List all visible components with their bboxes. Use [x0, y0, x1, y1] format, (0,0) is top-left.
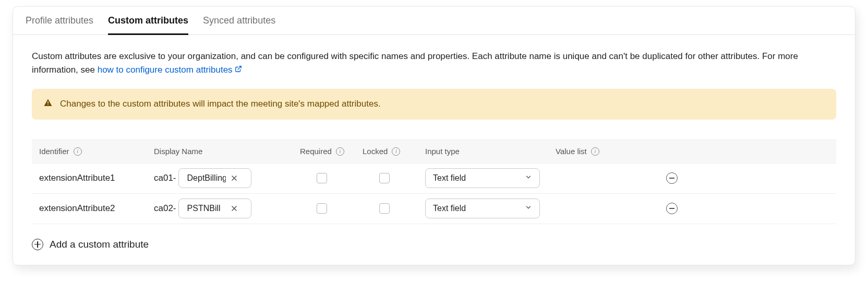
- locked-checkbox[interactable]: [379, 203, 390, 214]
- attributes-table: Identifier i Display Name Required i Loc…: [32, 139, 836, 224]
- display-name-input[interactable]: [186, 203, 227, 214]
- input-type-select[interactable]: Text field: [425, 199, 540, 218]
- add-custom-attribute-label: Add a custom attribute: [50, 239, 149, 250]
- tab-synced-attributes[interactable]: Synced attributes: [203, 15, 275, 35]
- cell-identifier: extensionAttribute1: [32, 173, 147, 183]
- add-custom-attribute-button[interactable]: Add a custom attribute: [32, 239, 836, 250]
- chevron-down-icon: [525, 173, 532, 183]
- help-link-configure-custom-attributes[interactable]: how to configure custom attributes: [98, 65, 243, 75]
- display-name-prefix: ca02-: [154, 203, 176, 214]
- warning-triangle-icon: [43, 98, 53, 110]
- help-link-text: how to configure custom attributes: [98, 65, 233, 75]
- clear-input-icon[interactable]: [229, 173, 239, 183]
- display-name-input-wrap: [178, 199, 251, 218]
- table-row: extensionAttribute2 ca02-: [32, 194, 836, 224]
- svg-rect-1: [47, 101, 49, 104]
- input-type-select[interactable]: Text field: [425, 168, 540, 188]
- cell-required: [293, 173, 355, 183]
- required-checkbox[interactable]: [317, 173, 327, 183]
- required-checkbox[interactable]: [317, 203, 327, 214]
- display-name-input[interactable]: [186, 173, 227, 183]
- chevron-down-icon: [525, 204, 532, 213]
- custom-attributes-card: Profile attributes Custom attributes Syn…: [13, 6, 855, 265]
- description-text: Custom attributes are exclusive to your …: [32, 50, 836, 77]
- th-locked-label: Locked: [363, 147, 388, 156]
- cell-input-type: Text field: [418, 199, 548, 218]
- cell-display-name: ca01-: [147, 168, 293, 188]
- th-input-type-label: Input type: [425, 147, 460, 156]
- cell-required: [293, 203, 355, 214]
- th-value-list: Value list i: [548, 147, 647, 156]
- svg-rect-2: [47, 104, 49, 105]
- table-header-row: Identifier i Display Name Required i Loc…: [32, 139, 836, 164]
- display-name-input-wrap: [178, 168, 251, 188]
- th-identifier-label: Identifier: [39, 147, 69, 156]
- tab-profile-attributes[interactable]: Profile attributes: [26, 15, 93, 35]
- cell-remove: [647, 172, 689, 184]
- remove-row-button[interactable]: [666, 203, 678, 214]
- warning-banner: Changes to the custom attributes will im…: [32, 89, 836, 120]
- th-display-name: Display Name: [147, 147, 293, 156]
- locked-checkbox[interactable]: [379, 173, 390, 183]
- th-display-name-label: Display Name: [154, 147, 202, 156]
- th-required: Required i: [293, 147, 355, 156]
- info-icon[interactable]: i: [591, 147, 599, 156]
- remove-row-button[interactable]: [666, 172, 678, 184]
- cell-input-type: Text field: [418, 168, 548, 188]
- warning-banner-text: Changes to the custom attributes will im…: [60, 99, 381, 109]
- cell-display-name: ca02-: [147, 199, 293, 218]
- input-type-value: Text field: [433, 173, 466, 183]
- external-link-icon: [235, 66, 242, 74]
- th-required-label: Required: [300, 147, 332, 156]
- clear-input-icon[interactable]: [229, 203, 239, 214]
- cell-locked: [355, 203, 418, 214]
- th-value-list-label: Value list: [556, 147, 587, 156]
- table-row: extensionAttribute1 ca01-: [32, 164, 836, 194]
- cell-remove: [647, 203, 689, 214]
- th-input-type: Input type: [418, 147, 548, 156]
- svg-line-0: [238, 66, 241, 69]
- cell-locked: [355, 173, 418, 183]
- th-identifier: Identifier i: [32, 147, 147, 156]
- display-name-prefix: ca01-: [154, 173, 176, 183]
- tabs-row: Profile attributes Custom attributes Syn…: [13, 7, 855, 35]
- info-icon[interactable]: i: [392, 147, 400, 156]
- th-locked: Locked i: [355, 147, 418, 156]
- cell-identifier: extensionAttribute2: [32, 203, 147, 214]
- info-icon[interactable]: i: [336, 147, 344, 156]
- info-icon[interactable]: i: [74, 147, 82, 156]
- plus-circle-icon: [32, 239, 43, 250]
- tab-custom-attributes[interactable]: Custom attributes: [108, 15, 188, 35]
- input-type-value: Text field: [433, 204, 466, 213]
